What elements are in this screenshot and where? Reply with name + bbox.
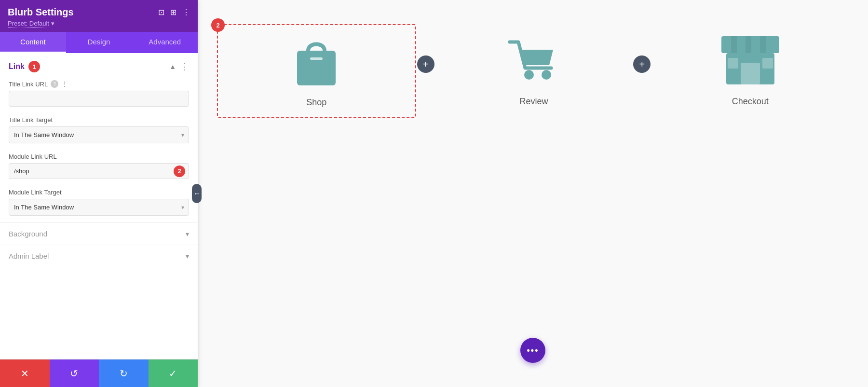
svg-rect-7	[760, 36, 766, 53]
shop-bag-icon	[290, 32, 343, 90]
module-link-url-wrap: 2	[9, 163, 189, 179]
admin-label-chevron-icon: ▾	[186, 252, 189, 260]
sidebar-header-top: Blurb Settings ⊡ ⊞ ⋮	[8, 7, 190, 18]
review-cart-icon	[505, 31, 563, 89]
svg-rect-10	[728, 58, 738, 69]
columns-icon[interactable]: ⊞	[170, 8, 176, 17]
admin-label-text: Admin Label	[9, 252, 49, 260]
title-link-target-group: Title Link Target In The Same Window In …	[0, 113, 198, 150]
plus-circle-2[interactable]: +	[633, 55, 651, 73]
section-dots-menu[interactable]: ⋮	[180, 61, 189, 72]
link-badge: 1	[28, 61, 40, 72]
link-title-text: Link	[9, 62, 25, 71]
add-column-btn-1[interactable]: +	[416, 55, 435, 73]
title-link-url-input[interactable]	[9, 91, 189, 107]
preset-label[interactable]: Preset: Default ▾	[8, 20, 190, 27]
svg-rect-6	[746, 36, 751, 53]
svg-rect-11	[762, 58, 773, 69]
main-canvas: 2 Shop +	[198, 0, 868, 387]
link-section-title: Link 1	[9, 61, 40, 72]
svg-rect-9	[741, 63, 760, 84]
module-shop[interactable]: 2 Shop	[217, 24, 416, 118]
link-section-header: Link 1 ▲ ⋮	[0, 53, 198, 77]
module-link-target-label: Module Link Target	[9, 189, 189, 196]
title-link-url-label: Title Link URL ? ⋮	[9, 80, 189, 88]
sidebar-header: Blurb Settings ⊡ ⊞ ⋮ Preset: Default ▾	[0, 0, 198, 32]
chevron-up-icon[interactable]: ▲	[169, 63, 176, 70]
title-link-url-group: Title Link URL ? ⋮	[0, 77, 198, 113]
sidebar-footer: ✕ ↺ ↻ ✓	[0, 359, 198, 387]
undo-button[interactable]: ↺	[50, 359, 99, 387]
title-link-target-label: Title Link Target	[9, 116, 189, 124]
module-link-target-wrap: In The Same Window In A New Window ▾	[9, 199, 189, 216]
checkout-label: Checkout	[732, 97, 769, 107]
save-button[interactable]: ✓	[149, 359, 198, 387]
module-link-url-group: Module Link URL 2	[0, 150, 198, 186]
module-review[interactable]: Review	[435, 24, 633, 116]
fab-button[interactable]: •••	[520, 338, 545, 363]
drag-handle[interactable]: ↔	[192, 184, 202, 203]
help-icon[interactable]: ?	[51, 80, 58, 88]
canvas-row: 2 Shop +	[217, 24, 849, 118]
more-icon[interactable]: ⋮	[182, 8, 190, 17]
shop-label: Shop	[306, 97, 326, 108]
plus-circle-1[interactable]: +	[417, 55, 434, 73]
svg-point-2	[524, 70, 534, 80]
module-link-target-select[interactable]: In The Same Window In A New Window	[9, 199, 189, 216]
module-checkout[interactable]: Checkout	[651, 24, 849, 116]
sidebar: Blurb Settings ⊡ ⊞ ⋮ Preset: Default ▾ C…	[0, 0, 198, 387]
resize-icon: ↔	[193, 190, 200, 197]
tab-design[interactable]: Design	[66, 32, 132, 53]
title-link-target-wrap: In The Same Window In A New Window ▾	[9, 126, 189, 143]
selected-badge: 2	[211, 18, 225, 32]
sidebar-content: Link 1 ▲ ⋮ Title Link URL ? ⋮ Title Link…	[0, 53, 198, 359]
checkout-store-icon	[719, 31, 782, 89]
review-icon-wrap	[502, 29, 565, 92]
module-link-url-label: Module Link URL	[9, 153, 189, 160]
add-column-btn-2[interactable]: +	[632, 55, 651, 73]
checkout-icon-wrap	[719, 29, 782, 92]
shop-icon-wrap	[285, 30, 348, 93]
module-link-target-group: Module Link Target In The Same Window In…	[0, 186, 198, 222]
svg-rect-1	[310, 57, 323, 60]
expand-icon[interactable]: ⊡	[158, 8, 164, 17]
svg-rect-5	[731, 36, 737, 53]
cancel-button[interactable]: ✕	[0, 359, 50, 387]
sidebar-header-icons: ⊡ ⊞ ⋮	[158, 8, 190, 17]
field-dots-menu[interactable]: ⋮	[61, 80, 68, 88]
section-header-right: ▲ ⋮	[169, 61, 189, 72]
redo-button[interactable]: ↻	[99, 359, 149, 387]
svg-rect-0	[297, 51, 336, 85]
svg-point-3	[542, 70, 551, 80]
tab-advanced[interactable]: Advanced	[132, 32, 198, 53]
background-chevron-icon: ▾	[186, 230, 189, 238]
sidebar-title: Blurb Settings	[8, 7, 74, 18]
background-section[interactable]: Background ▾	[0, 222, 198, 245]
tab-content[interactable]: Content	[0, 32, 66, 53]
admin-label-section[interactable]: Admin Label ▾	[0, 245, 198, 267]
title-link-target-select[interactable]: In The Same Window In A New Window	[9, 126, 189, 143]
tab-bar: Content Design Advanced	[0, 32, 198, 53]
module-link-url-input[interactable]	[9, 163, 189, 179]
module-link-badge: 2	[174, 166, 185, 177]
fab-icon: •••	[527, 346, 539, 356]
review-label: Review	[519, 97, 548, 107]
background-label: Background	[9, 230, 47, 238]
